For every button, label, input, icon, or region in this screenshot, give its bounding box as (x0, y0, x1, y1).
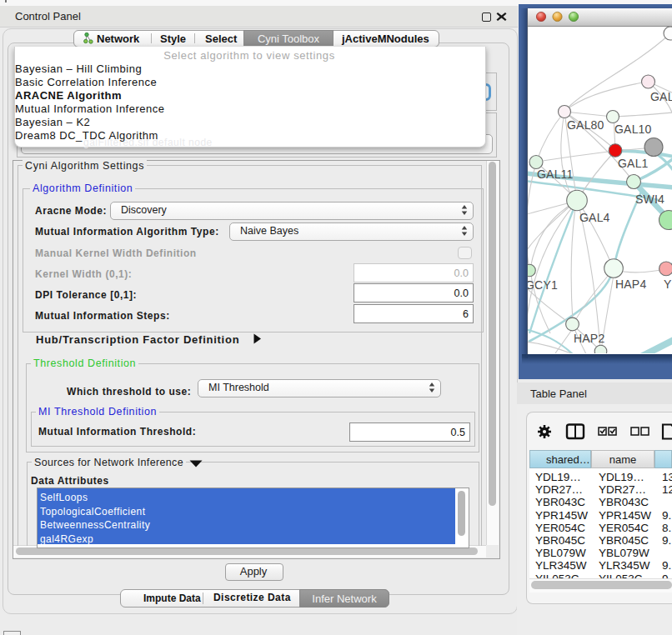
svg-text:GAL2: GAL2 (650, 90, 672, 103)
svg-text:GAL11: GAL11 (537, 168, 574, 181)
svg-text:GAL4: GAL4 (579, 211, 610, 224)
svg-text:HAP4: HAP4 (615, 278, 646, 291)
svg-text:GAL10: GAL10 (614, 122, 652, 136)
svg-text:YP: YP (664, 278, 672, 291)
svg-text:GAL1: GAL1 (618, 157, 649, 170)
svg-text:GCY1: GCY1 (528, 278, 558, 292)
svg-text:HAP2: HAP2 (574, 332, 604, 345)
svg-text:SWI4: SWI4 (635, 192, 664, 206)
svg-text:GAL80: GAL80 (567, 118, 604, 132)
